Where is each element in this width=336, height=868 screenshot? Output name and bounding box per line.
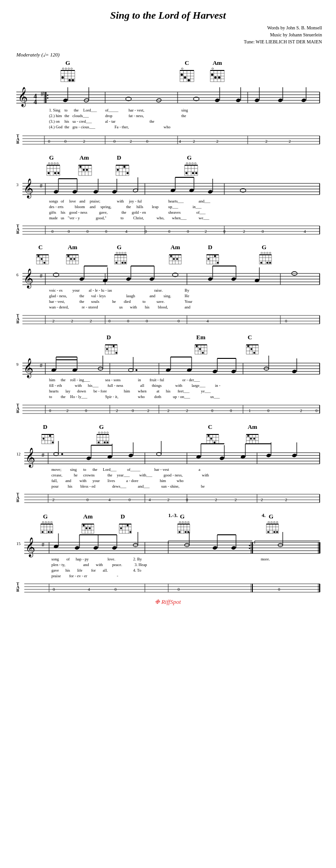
svg-text:lay: lay bbox=[65, 389, 71, 393]
svg-text:praise;: praise; bbox=[90, 199, 100, 203]
svg-text:sing.: sing. bbox=[164, 294, 171, 298]
svg-text:his: his bbox=[166, 389, 171, 393]
svg-point-759 bbox=[231, 546, 236, 550]
svg-text:o o o o: o o o o bbox=[186, 161, 196, 165]
sheet-music: Moderately (♩= 120) G o o o o C o bbox=[14, 46, 322, 863]
svg-text:bless  -  ed: bless - ed bbox=[80, 484, 96, 489]
svg-text:2: 2 bbox=[243, 229, 245, 234]
svg-text:died: died bbox=[124, 299, 131, 304]
svg-text:fall,: fall, bbox=[51, 478, 57, 483]
svg-text:0: 0 bbox=[48, 139, 50, 144]
svg-text:us: us bbox=[61, 216, 64, 220]
svg-text:#: # bbox=[40, 362, 43, 369]
svg-text:life: life bbox=[77, 568, 83, 573]
svg-text:#: # bbox=[42, 541, 44, 548]
svg-text:the: the bbox=[74, 108, 79, 112]
svg-point-275 bbox=[67, 255, 69, 257]
svg-point-557 bbox=[104, 441, 106, 443]
svg-text:(3.)  on: (3.) on bbox=[49, 119, 60, 124]
svg-text:2: 2 bbox=[261, 497, 263, 502]
svg-text:be: be bbox=[201, 484, 205, 489]
svg-point-64 bbox=[214, 98, 220, 102]
svg-text:har  -  vest,: har - vest, bbox=[49, 299, 65, 304]
svg-text:the: the bbox=[150, 119, 155, 124]
svg-text:0: 0 bbox=[68, 229, 70, 234]
svg-text:the: the bbox=[107, 473, 113, 477]
svg-text:all.: all. bbox=[103, 568, 108, 573]
svg-point-579 bbox=[250, 438, 252, 440]
svg-point-426 bbox=[202, 352, 204, 354]
svg-point-288 bbox=[122, 262, 123, 264]
svg-text:leap: leap bbox=[152, 204, 158, 209]
svg-text:o: o bbox=[181, 66, 183, 70]
svg-text:Am: Am bbox=[83, 513, 93, 520]
svg-text:𝄞: 𝄞 bbox=[25, 537, 35, 558]
svg-point-176 bbox=[72, 189, 77, 194]
svg-text:0: 0 bbox=[114, 587, 117, 592]
svg-text:sa  -  cred___: sa - cred___ bbox=[72, 119, 92, 124]
svg-text:voic  -  es: voic - es bbox=[49, 288, 63, 293]
svg-text:him: him bbox=[160, 478, 166, 483]
svg-point-705 bbox=[129, 531, 131, 533]
svg-text:made: made bbox=[49, 216, 58, 220]
svg-text:Moderately (♩= 120): Moderately (♩= 120) bbox=[16, 52, 60, 58]
svg-text:with: with bbox=[117, 199, 124, 203]
svg-text:0: 0 bbox=[315, 408, 318, 413]
svg-text:large___: large___ bbox=[192, 383, 206, 388]
svg-text:2: 2 bbox=[300, 408, 302, 413]
svg-text:B: B bbox=[16, 498, 19, 503]
svg-text:up  -  on___: up - on___ bbox=[173, 394, 191, 399]
svg-text:wan  -  dered,: wan - dered, bbox=[49, 305, 69, 309]
svg-text:G: G bbox=[99, 423, 104, 430]
svg-text:the: the bbox=[79, 294, 85, 298]
svg-text:0: 0 bbox=[127, 319, 129, 323]
svg-text:al  -  tar: al - tar bbox=[105, 119, 115, 124]
svg-point-425 bbox=[199, 348, 201, 350]
svg-text:#: # bbox=[42, 452, 44, 458]
svg-text:2.  By: 2. By bbox=[133, 557, 142, 561]
svg-point-344 bbox=[207, 277, 213, 281]
svg-text:0: 0 bbox=[51, 229, 54, 234]
svg-text:things: things bbox=[152, 383, 162, 388]
svg-text:to: to bbox=[49, 394, 52, 399]
svg-text:G: G bbox=[117, 244, 122, 251]
svg-text:C: C bbox=[38, 244, 43, 251]
svg-text:0: 0 bbox=[262, 229, 264, 234]
svg-point-770 bbox=[249, 548, 250, 549]
svg-text:with: with bbox=[96, 562, 103, 567]
svg-text:𝄞: 𝄞 bbox=[25, 448, 35, 468]
svg-text:(4.) God: (4.) God bbox=[49, 125, 63, 129]
svg-text:15: 15 bbox=[16, 541, 21, 546]
svg-text:peace.: peace. bbox=[112, 562, 122, 567]
svg-text:D: D bbox=[121, 513, 125, 520]
svg-text:up___: up___ bbox=[168, 204, 179, 209]
svg-text:pour: pour bbox=[51, 484, 59, 489]
svg-point-599 bbox=[157, 453, 161, 456]
svg-text:who,: who, bbox=[157, 216, 164, 220]
svg-text:raise.: raise. bbox=[154, 288, 163, 293]
svg-text:the: the bbox=[61, 378, 66, 382]
svg-text:1.-3.: 1.-3. bbox=[168, 512, 178, 518]
svg-point-730 bbox=[273, 531, 275, 533]
svg-text:and: and bbox=[65, 478, 71, 483]
svg-text:B: B bbox=[16, 230, 19, 235]
svg-text:des  -  erts: des - erts bbox=[49, 204, 64, 209]
svg-point-596 bbox=[128, 453, 133, 457]
svg-text:sing: sing bbox=[181, 108, 188, 112]
svg-point-130 bbox=[54, 172, 56, 174]
svg-text:move;: move; bbox=[51, 467, 61, 472]
svg-text:hearts: hearts bbox=[49, 389, 58, 393]
svg-text:bloom: bloom bbox=[75, 204, 85, 209]
svg-text:a  -  dore: a - dore bbox=[126, 478, 138, 483]
svg-text:2: 2 bbox=[66, 408, 69, 413]
svg-text:0: 0 bbox=[211, 408, 214, 413]
svg-text:the: the bbox=[93, 467, 98, 472]
svg-text:gave,: gave, bbox=[99, 210, 107, 215]
svg-text:o o o o: o o o o bbox=[98, 430, 108, 434]
svg-point-310 bbox=[214, 255, 216, 257]
svg-text:sun  -  shine,: sun - shine, bbox=[161, 484, 179, 489]
svg-point-311 bbox=[217, 262, 219, 264]
svg-text:Am: Am bbox=[213, 59, 222, 66]
svg-point-300 bbox=[176, 258, 178, 260]
svg-text:C: C bbox=[208, 423, 212, 430]
